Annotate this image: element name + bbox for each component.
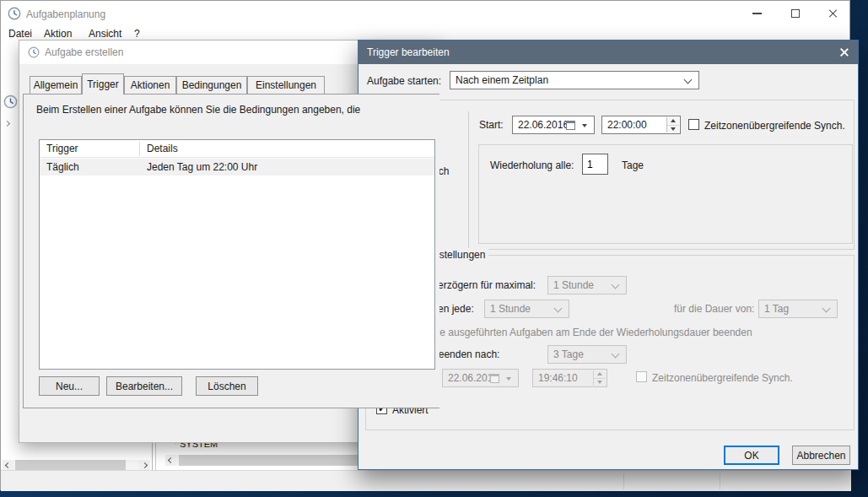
desktop: { "colors": { "accent_blue": "#0078d7", … bbox=[0, 0, 868, 497]
daily-panel: Wiederholung alle: Tage bbox=[478, 144, 853, 244]
begin-label: Aufgabe starten: bbox=[367, 75, 441, 87]
menu-aktion[interactable]: Aktion bbox=[44, 28, 72, 40]
timezone-label: Zeitzonenübergreifende Synch. bbox=[704, 120, 845, 132]
calendar-dropdown-icon bbox=[582, 124, 587, 127]
ok-button[interactable]: OK bbox=[724, 446, 779, 465]
minimize-icon bbox=[752, 13, 762, 14]
column-header-trigger[interactable]: Trigger bbox=[46, 143, 78, 154]
spin-up-icon bbox=[594, 370, 606, 379]
button-label: Abbrechen bbox=[796, 450, 845, 462]
start-label: Start: bbox=[479, 119, 504, 131]
tab-trigger[interactable]: Trigger bbox=[82, 73, 124, 95]
spin-down-icon bbox=[594, 379, 606, 386]
interval-unit-label: Tage bbox=[622, 159, 644, 171]
edit-button[interactable]: Bearbeiten... bbox=[106, 376, 182, 396]
status-divider bbox=[623, 473, 624, 489]
tree-expand-chevron[interactable] bbox=[4, 121, 10, 127]
menu-ansicht[interactable]: Ansicht bbox=[89, 28, 121, 40]
begin-value: Nach einem Zeitplan bbox=[450, 74, 548, 86]
stop-after-combobox[interactable]: 3 Tage bbox=[547, 345, 627, 364]
button-label: Neu... bbox=[56, 381, 83, 392]
edit-trigger-title: Trigger bearbeiten bbox=[367, 46, 450, 58]
calendar-dropdown-icon bbox=[506, 377, 511, 381]
status-divider bbox=[720, 473, 720, 489]
duration-label: für die Dauer von: bbox=[674, 303, 754, 315]
close-icon bbox=[838, 47, 849, 57]
cell-trigger: Täglich bbox=[46, 161, 79, 173]
start-time-value: 22:00:00 bbox=[602, 119, 647, 131]
button-label: OK bbox=[744, 450, 758, 462]
table-row[interactable]: Täglich Jeden Tag um 22:00 Uhr bbox=[40, 159, 434, 176]
interval-label: Wiederholung alle: bbox=[490, 159, 574, 171]
start-date-picker[interactable]: 22.06.2016 bbox=[512, 116, 595, 134]
app-clock-icon bbox=[8, 7, 21, 20]
minimize-button[interactable] bbox=[738, 1, 776, 26]
cell-details: Jeden Tag um 22:00 Uhr bbox=[147, 161, 257, 173]
tab-allgemein[interactable]: Allgemein bbox=[30, 76, 82, 94]
tab-label: Trigger bbox=[87, 78, 119, 90]
repeat-value: 1 Stunde bbox=[485, 303, 531, 315]
create-task-dialog: Aufgabe erstellen Allgemein Trigger Akti… bbox=[19, 40, 440, 443]
duration-value: 1 Tag bbox=[759, 303, 789, 315]
spin-down-icon bbox=[667, 126, 679, 133]
delay-value: 1 Stunde bbox=[548, 279, 594, 291]
scroll-left-icon bbox=[5, 462, 11, 468]
calendar-icon bbox=[566, 121, 575, 130]
spin-up-icon bbox=[667, 117, 679, 126]
dialog-clock-icon bbox=[28, 46, 40, 58]
settings-separator bbox=[468, 111, 469, 248]
expire-timezone-checkbox[interactable] bbox=[636, 371, 647, 382]
maximize-icon bbox=[791, 9, 800, 18]
tab-label: Einstellungen bbox=[256, 79, 316, 91]
delete-button[interactable]: Löschen bbox=[196, 376, 258, 396]
create-task-title: Aufgabe erstellen bbox=[45, 46, 123, 58]
dialog-close-button[interactable] bbox=[829, 41, 858, 64]
interval-input[interactable] bbox=[582, 154, 608, 175]
button-label: Bearbeiten... bbox=[116, 381, 173, 392]
repeat-combobox[interactable]: 1 Stunde bbox=[484, 300, 569, 318]
scroll-left-icon bbox=[168, 457, 174, 463]
duration-combobox[interactable]: 1 Tag bbox=[758, 300, 838, 318]
expire-time-spinner[interactable]: 19:46:10 bbox=[532, 369, 607, 387]
tab-label: Allgemein bbox=[34, 79, 78, 91]
tab-description: Beim Erstellen einer Aufgabe können Sie … bbox=[36, 104, 360, 116]
tab-aktionen[interactable]: Aktionen bbox=[124, 76, 176, 94]
tab-einstellungen[interactable]: Einstellungen bbox=[247, 76, 325, 94]
cancel-button[interactable]: Abbrechen bbox=[792, 446, 850, 465]
begin-combobox[interactable]: Nach einem Zeitplan bbox=[450, 71, 699, 89]
time-spinner-buttons[interactable] bbox=[593, 370, 606, 386]
table-header: Trigger Details bbox=[40, 140, 434, 158]
tab-label: Bedingungen bbox=[182, 79, 242, 91]
expire-date-picker[interactable]: 22.06.2017 bbox=[442, 369, 519, 387]
close-button[interactable] bbox=[814, 1, 851, 26]
status-strip bbox=[1, 470, 851, 491]
column-divider[interactable] bbox=[139, 142, 140, 156]
expire-time-value: 19:46:10 bbox=[533, 372, 578, 384]
expire-timezone-label: Zeitzonenübergreifende Synch. bbox=[652, 372, 793, 384]
start-date-value: 22.06.2016 bbox=[513, 119, 569, 131]
button-label: Löschen bbox=[208, 381, 245, 392]
tree-clock-icon bbox=[3, 95, 18, 109]
center-hscroll-thumb[interactable] bbox=[179, 455, 359, 466]
main-titlebar[interactable]: Aufgabenplanung bbox=[1, 1, 849, 26]
calendar-icon bbox=[490, 374, 499, 383]
start-time-spinner[interactable]: 22:00:00 bbox=[601, 116, 681, 134]
stop-all-label: Alle ausgeführten Aufgaben am Ende der W… bbox=[429, 327, 752, 338]
stop-after-value: 3 Tage bbox=[548, 348, 584, 360]
edit-trigger-titlebar[interactable]: Trigger bearbeiten bbox=[359, 41, 858, 64]
main-window-title: Aufgabenplanung bbox=[26, 8, 105, 20]
trigger-table: Trigger Details Täglich Jeden Tag um 22:… bbox=[39, 139, 435, 370]
maximize-button[interactable] bbox=[776, 1, 814, 26]
column-header-details[interactable]: Details bbox=[147, 143, 178, 154]
delay-combobox[interactable]: 1 Stunde bbox=[547, 276, 627, 294]
close-icon bbox=[828, 8, 838, 19]
timezone-checkbox[interactable] bbox=[688, 119, 699, 130]
tab-bedingungen[interactable]: Bedingungen bbox=[176, 76, 247, 94]
tab-label: Aktionen bbox=[131, 79, 170, 91]
time-spinner-buttons[interactable] bbox=[666, 117, 679, 132]
center-hscroll-left-button[interactable] bbox=[165, 455, 176, 466]
new-button[interactable]: Neu... bbox=[39, 376, 100, 396]
menu-hilfe[interactable]: ? bbox=[134, 28, 140, 40]
menu-datei[interactable]: Datei bbox=[8, 28, 32, 40]
scroll-right-icon bbox=[142, 462, 148, 468]
